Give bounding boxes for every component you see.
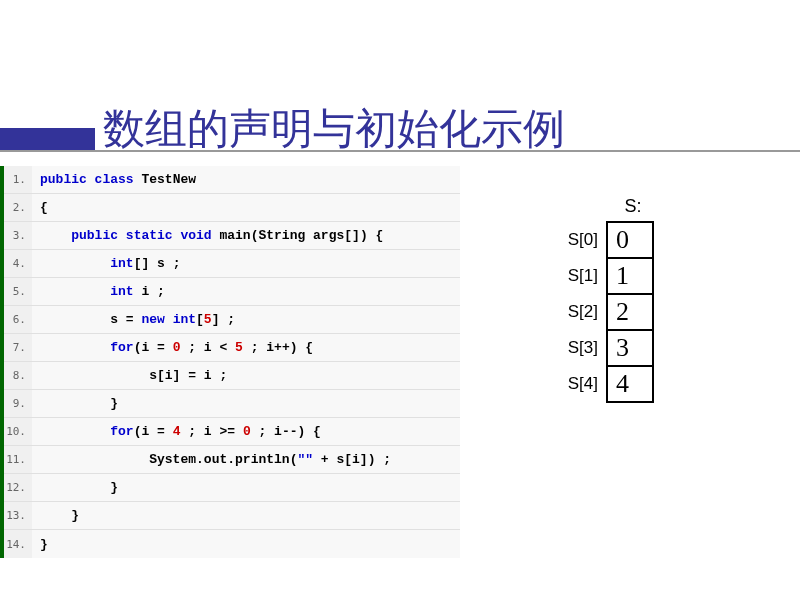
line-code: for(i = 0 ; i < 5 ; i++) {	[32, 340, 313, 355]
code-line: 4. int[] s ;	[4, 250, 460, 278]
line-number: 9.	[4, 390, 32, 417]
code-line: 10. for(i = 4 ; i >= 0 ; i--) {	[4, 418, 460, 446]
slide-title: 数组的声明与初始化示例	[103, 108, 565, 150]
line-number: 5.	[4, 278, 32, 305]
array-row: S[0]0	[550, 221, 654, 259]
line-number: 7.	[4, 334, 32, 361]
code-line: 1.public class TestNew	[4, 166, 460, 194]
line-number: 12.	[4, 474, 32, 501]
code-line: 3. public static void main(String args[]…	[4, 222, 460, 250]
code-line: 14.}	[4, 530, 460, 558]
array-header: S:	[612, 196, 654, 217]
code-block: 1.public class TestNew2.{3. public stati…	[0, 166, 460, 558]
line-number: 2.	[4, 194, 32, 221]
code-line: 13. }	[4, 502, 460, 530]
line-number: 6.	[4, 306, 32, 333]
line-number: 14.	[4, 530, 32, 558]
line-number: 11.	[4, 446, 32, 473]
code-line: 6. s = new int[5] ;	[4, 306, 460, 334]
array-label: S[4]	[550, 374, 598, 394]
content-area: 1.public class TestNew2.{3. public stati…	[0, 166, 460, 558]
array-cell: 4	[606, 365, 654, 403]
array-label: S[2]	[550, 302, 598, 322]
array-row: S[2]2	[550, 293, 654, 331]
line-code: public class TestNew	[32, 172, 196, 187]
line-code: public static void main(String args[]) {	[32, 228, 383, 243]
code-line: 8. s[i] = i ;	[4, 362, 460, 390]
title-accent	[0, 128, 95, 150]
array-cell: 1	[606, 257, 654, 295]
line-code: System.out.println("" + s[i]) ;	[32, 452, 391, 467]
array-row: S[1]1	[550, 257, 654, 295]
code-line: 7. for(i = 0 ; i < 5 ; i++) {	[4, 334, 460, 362]
line-code: s = new int[5] ;	[32, 312, 235, 327]
line-code: }	[32, 537, 48, 552]
code-line: 5. int i ;	[4, 278, 460, 306]
code-line: 2.{	[4, 194, 460, 222]
array-row: S[4]4	[550, 365, 654, 403]
array-row: S[3]3	[550, 329, 654, 367]
line-code: int i ;	[32, 284, 165, 299]
line-code: for(i = 4 ; i >= 0 ; i--) {	[32, 424, 321, 439]
line-number: 3.	[4, 222, 32, 249]
title-bar: 数组的声明与初始化示例	[0, 90, 800, 150]
slide: 数组的声明与初始化示例 1.public class TestNew2.{3. …	[0, 0, 800, 600]
array-label: S[3]	[550, 338, 598, 358]
title-underline	[0, 150, 800, 152]
line-code: s[i] = i ;	[32, 368, 227, 383]
line-number: 10.	[4, 418, 32, 445]
line-code: }	[32, 480, 118, 495]
array-cell: 3	[606, 329, 654, 367]
code-line: 9. }	[4, 390, 460, 418]
line-number: 4.	[4, 250, 32, 277]
line-code: }	[32, 396, 118, 411]
line-number: 1.	[4, 166, 32, 193]
line-number: 8.	[4, 362, 32, 389]
line-code: }	[32, 508, 79, 523]
line-code: {	[32, 200, 48, 215]
array-label: S[0]	[550, 230, 598, 250]
line-number: 13.	[4, 502, 32, 529]
array-diagram: S: S[0]0S[1]1S[2]2S[3]3S[4]4	[550, 196, 654, 401]
array-label: S[1]	[550, 266, 598, 286]
array-cell: 2	[606, 293, 654, 331]
code-line: 11. System.out.println("" + s[i]) ;	[4, 446, 460, 474]
line-code: int[] s ;	[32, 256, 180, 271]
array-cell: 0	[606, 221, 654, 259]
code-line: 12. }	[4, 474, 460, 502]
